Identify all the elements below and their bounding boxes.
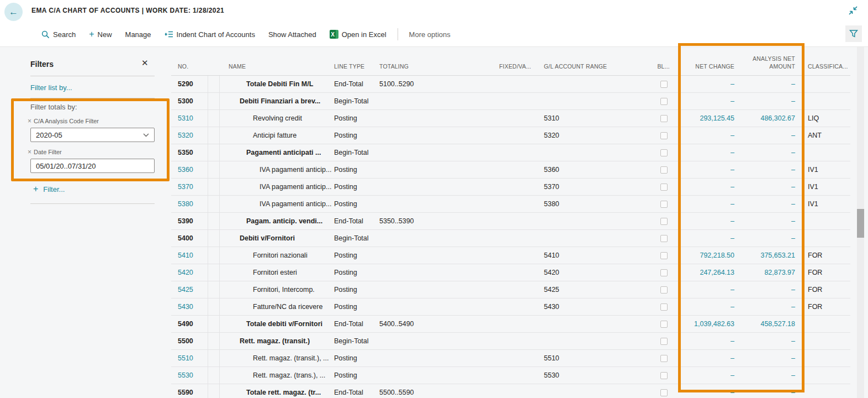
cell-net-change[interactable]: 792,218.50: [680, 252, 737, 259]
cell-account-no[interactable]: 5500: [171, 337, 220, 345]
cell-account-no[interactable]: 5360: [171, 166, 220, 174]
cell-analysis-net-amount[interactable]: –: [737, 183, 798, 191]
cell-analysis-net-amount[interactable]: –: [737, 371, 798, 379]
remove-filter-icon[interactable]: ×: [28, 117, 31, 125]
cell-analysis-net-amount[interactable]: –: [737, 149, 798, 156]
blocked-checkbox[interactable]: [660, 321, 668, 328]
cell-net-change[interactable]: –: [680, 354, 737, 362]
date-filter-input[interactable]: [30, 159, 155, 173]
blocked-checkbox[interactable]: [660, 218, 668, 225]
blocked-checkbox[interactable]: [660, 269, 668, 276]
blocked-checkbox[interactable]: [660, 201, 668, 208]
cell-account-no[interactable]: 5350: [171, 149, 220, 156]
cell-net-change[interactable]: 247,264.13: [680, 269, 737, 276]
column-header-no[interactable]: NO.: [171, 62, 220, 70]
add-filter-link[interactable]: + Filter...: [33, 185, 65, 193]
cell-analysis-net-amount[interactable]: –: [737, 80, 798, 88]
search-button[interactable]: Search: [35, 22, 82, 46]
cell-account-no[interactable]: 5400: [171, 234, 220, 242]
cell-account-no[interactable]: 5530: [171, 371, 220, 379]
cell-analysis-net-amount[interactable]: –: [737, 389, 798, 396]
blocked-checkbox[interactable]: [660, 252, 668, 259]
column-header-totaling[interactable]: TOTALING: [377, 62, 486, 70]
chevron-down-icon[interactable]: [143, 133, 149, 137]
cell-net-change[interactable]: 293,125.45: [680, 114, 737, 122]
cell-analysis-net-amount[interactable]: –: [737, 234, 798, 242]
cell-account-no[interactable]: 5425: [171, 286, 220, 294]
cell-account-no[interactable]: 5380: [171, 200, 220, 208]
cell-analysis-net-amount[interactable]: –: [737, 200, 798, 208]
column-header-line-type[interactable]: LINE TYPE: [331, 62, 377, 70]
cell-analysis-net-amount[interactable]: 486,302.67: [737, 114, 798, 122]
close-filters-icon[interactable]: ✕: [141, 58, 149, 68]
new-button[interactable]: + New: [82, 22, 118, 46]
cell-account-no[interactable]: 5490: [171, 320, 220, 328]
cell-net-change[interactable]: –: [680, 337, 737, 345]
manage-button[interactable]: Manage: [119, 22, 158, 46]
blocked-checkbox[interactable]: [660, 286, 668, 294]
toggle-filter-pane-button[interactable]: [845, 25, 862, 42]
cell-analysis-net-amount[interactable]: –: [737, 97, 798, 105]
column-header-net-change[interactable]: NET CHANGE: [680, 62, 737, 70]
indent-chart-of-accounts-button[interactable]: Indent Chart of Accounts: [158, 22, 262, 46]
cell-account-no[interactable]: 5430: [171, 303, 220, 311]
column-header-analysis-net[interactable]: ANALYSIS NET AMOUNT: [737, 55, 798, 70]
collapse-window-icon[interactable]: [848, 6, 858, 15]
cell-net-change[interactable]: –: [680, 80, 737, 88]
blocked-checkbox[interactable]: [660, 184, 668, 191]
cell-net-change[interactable]: –: [680, 389, 737, 396]
cell-analysis-net-amount[interactable]: 458,527.18: [737, 320, 798, 328]
cell-account-no[interactable]: 5410: [171, 252, 220, 259]
cell-net-change[interactable]: –: [680, 183, 737, 191]
blocked-checkbox[interactable]: [660, 115, 668, 122]
cell-account-no[interactable]: 5390: [171, 217, 220, 225]
open-in-excel-button[interactable]: X Open in Excel: [323, 22, 393, 46]
cell-analysis-net-amount[interactable]: –: [737, 303, 798, 311]
column-header-gl-range[interactable]: G/L ACCOUNT RANGE: [534, 62, 649, 70]
blocked-checkbox[interactable]: [660, 389, 668, 396]
cell-net-change[interactable]: –: [680, 149, 737, 156]
cell-net-change[interactable]: –: [680, 286, 737, 294]
blocked-checkbox[interactable]: [660, 355, 668, 362]
blocked-checkbox[interactable]: [660, 338, 668, 345]
column-header-fixed-var[interactable]: FIXED/VA...: [486, 62, 534, 70]
cell-net-change[interactable]: –: [680, 217, 737, 225]
blocked-checkbox[interactable]: [660, 166, 668, 174]
cell-analysis-net-amount[interactable]: –: [737, 217, 798, 225]
cell-account-no[interactable]: 5420: [171, 269, 220, 276]
filter-list-by-link[interactable]: Filter list by...: [30, 83, 72, 92]
cell-net-change[interactable]: –: [680, 132, 737, 139]
cell-net-change[interactable]: 1,039,482.63: [680, 320, 737, 328]
cell-analysis-net-amount[interactable]: –: [737, 166, 798, 174]
cell-account-no[interactable]: 5510: [171, 354, 220, 362]
cell-net-change[interactable]: –: [680, 303, 737, 311]
cell-analysis-net-amount[interactable]: –: [737, 337, 798, 345]
back-button[interactable]: ←: [4, 3, 23, 21]
cell-account-no[interactable]: 5290: [171, 80, 220, 88]
cell-account-no[interactable]: 5370: [171, 183, 220, 191]
column-header-classification[interactable]: CLASSIFICA...: [805, 62, 850, 70]
show-attached-button[interactable]: Show Attached: [262, 22, 323, 46]
blocked-checkbox[interactable]: [660, 81, 668, 88]
column-header-blocked[interactable]: BL...: [649, 62, 673, 70]
cell-net-change[interactable]: –: [680, 97, 737, 105]
blocked-checkbox[interactable]: [660, 149, 668, 156]
blocked-checkbox[interactable]: [660, 235, 668, 242]
cell-account-no[interactable]: 5310: [171, 114, 220, 122]
cell-analysis-net-amount[interactable]: –: [737, 286, 798, 294]
cell-net-change[interactable]: –: [680, 371, 737, 379]
blocked-checkbox[interactable]: [660, 303, 668, 311]
blocked-checkbox[interactable]: [660, 98, 668, 105]
cell-analysis-net-amount[interactable]: –: [737, 132, 798, 139]
cell-net-change[interactable]: –: [680, 234, 737, 242]
cell-net-change[interactable]: –: [680, 166, 737, 174]
blocked-checkbox[interactable]: [660, 132, 668, 139]
cell-account-no[interactable]: 5320: [171, 132, 220, 139]
cell-analysis-net-amount[interactable]: 375,653.21: [737, 252, 798, 259]
cell-account-no[interactable]: 5300: [171, 97, 220, 105]
cell-account-no[interactable]: 5590: [171, 389, 220, 396]
cell-analysis-net-amount[interactable]: –: [737, 354, 798, 362]
more-options-button[interactable]: More options: [403, 22, 457, 46]
analysis-code-filter-combobox[interactable]: 2020-05: [30, 128, 155, 142]
cell-net-change[interactable]: –: [680, 200, 737, 208]
